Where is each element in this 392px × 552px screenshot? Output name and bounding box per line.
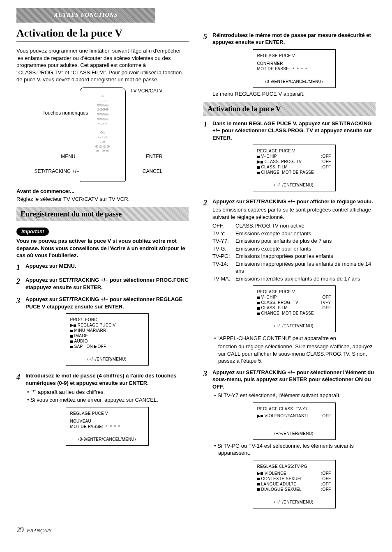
step-3-text: Appuyez sur SET/TRACKING +/− pour sélect… [25, 296, 189, 310]
label-touches-num: Touches numériques [43, 110, 76, 116]
screen-value: :OFF [321, 481, 331, 487]
screen-value: :OFF [321, 164, 331, 170]
rating-desc: Emissions interdites aux enfants de moin… [235, 275, 360, 283]
menu-appears-text: Le menu REGLAGE PUCE V apparaît. [212, 90, 376, 98]
left-column: Activation de la puce V Vous pouvez prog… [16, 24, 189, 515]
screen-line: CLASS. PROG. TV [261, 300, 298, 305]
screen-line: VIOLENCE/FANTASTI [265, 414, 308, 418]
remote-inner-graphic: ⌂○○○○◎◎◎◎◎◎◎◎◎◎◎◎◎◎◎◎○ ▭ ○◇◇◇ ○ ◇◇◇◎ ◎ ◎… [80, 88, 125, 153]
screen-value: OFF [323, 305, 331, 310]
screen-line: CONFIRMER [257, 61, 331, 66]
screen-confirmer-mdp: REGLAGE PUCE V CONFIRMER MOT DE PASSE: ＊… [253, 49, 336, 88]
rating-label: TV-Y7: [212, 237, 235, 245]
screen-line: CHANGE. MOT DE PASSE [261, 311, 314, 315]
screen-title: REGLAGE PUCE V [70, 411, 144, 416]
right-step-3-bullet2: Si TV-PG ou TV-14 est sélectionné, les é… [218, 442, 376, 457]
screen-prog-fonc: PROG. FONC ▶REGLAGE PUCE V MINU MAR/ARR … [66, 313, 149, 366]
intro-paragraph: Vous pouvez programmer une limitation su… [16, 47, 189, 83]
screen-class-tvpg: REGLAGE CLASS:TV-PG ▶VIOLENCE:OFF CONTEX… [253, 460, 336, 508]
step-1-text: Appuyez sur MENU. [25, 262, 189, 270]
remote-outline: ⌂○○○○◎◎◎◎◎◎◎◎◎◎◎◎◎◎◎◎○ ▭ ○◇◇◇ ○ ◇◇◇◎ ◎ ◎… [80, 87, 126, 182]
step-number: 3 [16, 296, 25, 368]
screen-value: :OFF [321, 476, 331, 481]
section-activate-puce: Activation de la puce V [203, 102, 376, 116]
rating-label: TV-MA: [212, 275, 235, 283]
step-4-bullet: Si vous commettez une erreur, appuyez su… [31, 396, 189, 404]
section-header-band: AUTRES FONCTIONS [16, 8, 155, 23]
step-number: 2 [203, 198, 212, 364]
screen-line: V−CHIP [261, 154, 277, 159]
right-step-3-text: Appuyez sur SET/TRACKING +/− pour sélect… [212, 369, 376, 391]
rating-desc: Emissions inappropriées pour les enfants… [235, 260, 376, 275]
page-number: 29 [16, 526, 24, 534]
title-rule [16, 41, 189, 41]
label-set-tracking: SET/TRACKING +/− [35, 168, 76, 175]
screen-line: AUDIO [74, 339, 88, 343]
screen-footer: ⟨0-9/ENTER/CANCEL/MENU⟩ [70, 437, 144, 442]
screen-line: PROG. FONC [70, 317, 97, 322]
label-cancel: CANCEL [143, 168, 163, 175]
screen-nouveau-mdp: REGLAGE PUCE V NOUVEAU MOT DE PASSE: ＊＊＊… [66, 407, 149, 446]
screen-title: REGLAGE CLASS :TV-Y7 [257, 406, 331, 412]
right-column: 5 Réintroduisez le même mot de passe par… [203, 24, 376, 515]
screen-value: OFF [323, 294, 331, 300]
step-number: 3 [203, 369, 212, 511]
rating-desc: Emissions excepté pour enfants [235, 245, 311, 253]
screen-class-tvy7: REGLAGE CLASS :TV-Y7 ▶VIOLENCE/FANTASTI:… [253, 402, 336, 440]
screen-line: CHANGE. MOT DE PASSE [261, 170, 314, 175]
rating-desc: Emissions inappropriées pour les enfants [235, 253, 333, 260]
screen-line: MOT DE PASSE: ＊＊＊＊ [257, 66, 331, 71]
screen-line: CONTEXTE SEXUEL [261, 476, 303, 481]
section-record-password: Enregistrement du mot de passe [16, 207, 189, 221]
screen-value: :OFF [321, 413, 331, 419]
page-footer: 29 FRANÇAIS [16, 525, 376, 535]
screen-line: LANGUE ADULTE [261, 482, 297, 486]
label-tv-vcr-catv: TV VCR/CATV [130, 87, 162, 94]
screen-line: IMAGE [74, 334, 88, 338]
remote-figure: ⌂○○○○◎◎◎◎◎◎◎◎◎◎◎◎◎◎◎◎○ ▭ ○◇◇◇ ○ ◇◇◇◎ ◎ ◎… [16, 87, 189, 182]
rating-label: OFF: [212, 222, 235, 230]
rating-desc: Emissions excepté pour enfants [235, 230, 311, 237]
screen-value: :OFF [321, 487, 331, 492]
screen-line: ON ▶OFF [86, 344, 106, 349]
screen-line: SAP [74, 344, 83, 349]
right-step-2-body: Les émissions captées par la suite sont … [212, 206, 376, 221]
step-number: 2 [16, 276, 25, 292]
screen-line: V−CHIP [261, 295, 277, 299]
screen-title: REGLAGE CLASS:TV-PG [257, 464, 331, 469]
rating-label: TV-Y: [212, 230, 235, 237]
screen-footer: ⟨+/−/ENTER/MENU⟩ [70, 356, 144, 362]
rating-label: TV-14: [212, 260, 235, 275]
screen-line: REGLAGE PUCE V [78, 323, 116, 327]
screen-value: :OFF [321, 159, 331, 164]
appel-change-body: fonction du réglage sélectionné. Si le m… [218, 343, 376, 365]
screen-line: CLASS. FILM [261, 306, 288, 310]
right-step-3-bullet: Si TV-Y7 est sélectionné, l'élément suiv… [218, 392, 376, 399]
screen-footer: ⟨0-9/ENTER/CANCEL/MENU⟩ [257, 79, 331, 84]
screen-line: NOUVEAU [70, 419, 144, 424]
screen-value: :OFF [321, 471, 331, 476]
label-enter: ENTER [146, 153, 163, 160]
screen-footer: ⟨+/−/ENTER/MENU⟩ [257, 499, 331, 505]
rating-desc: CLASS.PROG.TV non activé [235, 222, 304, 230]
screen-reglage-puce-v: REGLAGE PUCE V V−CHIP:OFF ▶CLASS. PROG. … [253, 145, 336, 191]
page-title: Activation de la puce V [16, 26, 189, 40]
screen-line: CLASS. PROG. TV [265, 159, 302, 164]
rating-label: TV-G: [212, 245, 235, 253]
screen-line: MINU MAR/ARR [74, 328, 106, 333]
step-number: 1 [203, 120, 212, 194]
right-step-2-head: Appuyez sur SET/TRACKING +/− pour affich… [212, 198, 376, 205]
step-4-text: Introduisez le mot de passe (4 chiffres)… [25, 372, 189, 386]
important-body: Vous ne pouvez pas activer la puce V si … [16, 237, 189, 259]
step-number: 5 [203, 32, 212, 98]
screen-footer: ⟨+/−/ENTER/MENU⟩ [257, 431, 331, 436]
step-4-bullet: "*" apparaît au lieu des chiffres. [31, 389, 189, 396]
screen-line: DIALOGUE SEXUEL [261, 487, 302, 492]
screen-title: REGLAGE PUCE V [257, 53, 331, 58]
screen-value: :OFF [321, 154, 331, 159]
screen-footer: ⟨+/−/ENTER/MENU⟩ [257, 323, 331, 329]
step-5-text: Réintroduisez le même mot de passe par m… [212, 32, 376, 46]
screen-line: VIOLENCE [265, 471, 286, 476]
label-menu: MENU [43, 153, 76, 160]
step-2-text: Appuyez sur SET/TRACKING +/− pour sélect… [25, 276, 189, 291]
